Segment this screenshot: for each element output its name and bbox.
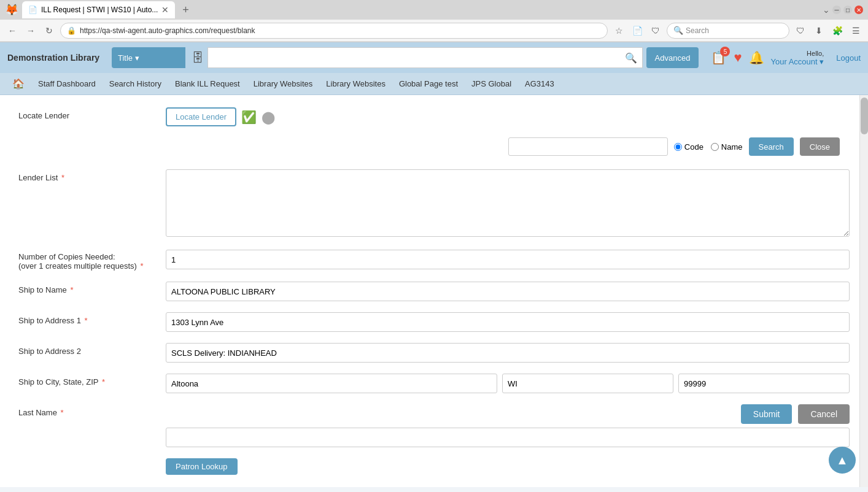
browser-tab[interactable]: 📄 ILL Request | STWI | WS10 | Auto... ✕ — [22, 1, 175, 18]
new-tab-button[interactable]: + — [179, 4, 193, 17]
code-radio-input[interactable] — [674, 143, 682, 151]
hello-text: Hello, — [770, 50, 824, 57]
last-name-control: Submit Cancel — [166, 404, 850, 447]
bell-icon[interactable]: 🔔 — [749, 50, 764, 65]
submit-button[interactable]: Submit — [741, 404, 792, 424]
lender-list-control — [166, 169, 850, 239]
heart-icon-container[interactable]: ♥ — [734, 50, 742, 66]
last-name-label: Last Name * — [18, 404, 153, 417]
ship-city-state-zip-section: Ship to City, State, ZIP * Altoona WI 99… — [18, 374, 850, 393]
advanced-search-button[interactable]: Advanced — [646, 47, 699, 68]
ship-addr1-required: * — [85, 316, 88, 325]
ship-city-input[interactable]: Altoona — [166, 374, 497, 393]
extensions-icon[interactable]: 🧩 — [830, 23, 845, 38]
browser-search-box[interactable]: 🔍 Search — [667, 23, 789, 39]
tab-favicon: 📄 — [28, 6, 37, 14]
forward-button[interactable]: → — [23, 23, 38, 38]
ship-name-required: * — [70, 285, 73, 294]
search-type-label: Title — [118, 53, 133, 63]
search-icon: 🔍 — [673, 26, 683, 35]
firefox-logo-icon: 🦊 — [5, 3, 18, 17]
name-radio-input[interactable] — [711, 143, 719, 151]
last-name-input[interactable] — [166, 428, 850, 447]
list-icon-container[interactable]: 📋 5 — [711, 50, 726, 65]
lender-search-button[interactable]: Search — [749, 137, 794, 156]
ship-zip-input[interactable]: 99999 — [678, 374, 850, 393]
ship-addr2-input[interactable]: SCLS Delivery: INDIANHEAD — [166, 343, 850, 363]
app-header: Demonstration Library Title ▾ 🗄 🔍 Advanc… — [0, 42, 868, 73]
ship-name-label: Ship to Name * — [18, 282, 153, 294]
search-bar: Title ▾ 🗄 🔍 Advanced — [112, 47, 699, 68]
nav-search-history[interactable]: Search History — [103, 75, 168, 92]
last-name-required: * — [61, 408, 64, 417]
main-search-button[interactable]: 🔍 — [625, 52, 637, 64]
minimize-button[interactable]: ─ — [832, 6, 841, 14]
locate-lender-controls: Locate Lender ✅ ⬤ — [166, 107, 850, 126]
close-button[interactable]: ✕ — [854, 6, 863, 14]
scrollbar-thumb[interactable] — [861, 98, 868, 134]
lender-list-textarea[interactable] — [166, 169, 850, 237]
chevron-down-icon: ⌄ — [823, 5, 830, 15]
ship-addr1-input[interactable]: 1303 Lynn Ave — [166, 312, 850, 332]
bookmark-icon[interactable]: ☆ — [611, 23, 626, 38]
window-controls: ⌄ ─ □ ✕ — [823, 5, 863, 15]
header-icons: 📋 5 ♥ 🔔 — [711, 50, 764, 66]
main-search-input-container: 🔍 — [207, 47, 643, 68]
heart-icon: ♥ — [734, 50, 742, 65]
account-link[interactable]: Your Account ▾ — [770, 57, 824, 66]
locate-lender-section: Locate Lender Locate Lender ✅ ⬤ — [18, 107, 850, 126]
ship-state-input[interactable]: WI — [502, 374, 673, 393]
code-radio-label[interactable]: Code — [674, 142, 703, 152]
address-bar[interactable]: 🔒 https://qa-stwi-agent.auto-graphics.co… — [60, 23, 608, 39]
nav-library-websites-1[interactable]: Library Websites — [247, 75, 319, 92]
scroll-to-top-button[interactable]: ▲ — [829, 447, 856, 474]
nav-home-button[interactable]: 🏠 — [6, 74, 31, 93]
scrollbar[interactable] — [859, 95, 868, 487]
ship-addr1-control: 1303 Lynn Ave — [166, 312, 850, 332]
main-search-input[interactable] — [213, 53, 625, 63]
nav-jps-global[interactable]: JPS Global — [465, 75, 517, 92]
logout-button[interactable]: Logout — [836, 53, 861, 63]
tab-close-button[interactable]: ✕ — [161, 6, 169, 14]
last-name-section: Last Name * Submit Cancel — [18, 404, 850, 447]
ship-addr2-section: Ship to Address 2 SCLS Delivery: INDIANH… — [18, 343, 850, 363]
circle-icon: ⬤ — [262, 110, 275, 125]
browser-chrome: 🦊 📄 ILL Request | STWI | WS10 | Auto... … — [0, 0, 868, 42]
nav-library-websites-2[interactable]: Library Websites — [320, 75, 392, 92]
list-badge: 5 — [720, 47, 730, 56]
nav-blank-ill-request[interactable]: Blank ILL Request — [169, 75, 246, 92]
browser-search-text: Search — [686, 26, 709, 35]
bottom-buttons: Submit Cancel — [166, 404, 850, 424]
nav-global-page-test[interactable]: Global Page test — [393, 75, 464, 92]
lock-icon: 🔒 — [67, 26, 76, 35]
stack-icon[interactable]: 🗄 — [192, 51, 204, 65]
locate-lender-row: Locate Lender ✅ ⬤ — [166, 107, 850, 126]
ship-addr1-label: Ship to Address 1 * — [18, 312, 153, 325]
url-text: https://qa-stwi-agent.auto-graphics.com/… — [80, 26, 601, 35]
copies-label: Number of Copies Needed: (over 1 creates… — [18, 250, 153, 271]
copies-input[interactable]: 1 — [166, 250, 850, 269]
back-button[interactable]: ← — [5, 23, 20, 38]
reload-button[interactable]: ↻ — [42, 23, 56, 38]
nav-staff-dashboard[interactable]: Staff Dashboard — [32, 75, 102, 92]
cancel-button[interactable]: Cancel — [798, 404, 850, 424]
nav-ag3143[interactable]: AG3143 — [519, 75, 560, 92]
vpn-icon: 🛡 — [793, 23, 808, 38]
lender-close-button[interactable]: Close — [800, 137, 840, 156]
lender-search-row: Code Name Search Close — [18, 137, 840, 161]
search-type-radio-group: Code Name — [674, 142, 743, 152]
maximize-button[interactable]: □ — [843, 6, 852, 14]
search-type-select[interactable]: Title ▾ — [112, 47, 185, 68]
app-nav: 🏠 Staff Dashboard Search History Blank I… — [0, 73, 868, 95]
copies-control: 1 — [166, 250, 850, 269]
locate-lender-button[interactable]: Locate Lender — [166, 107, 236, 126]
name-radio-label[interactable]: Name — [711, 142, 743, 152]
lender-list-label: Lender List * — [18, 169, 153, 182]
patron-lookup-button[interactable]: Patron Lookup — [166, 458, 238, 475]
ship-name-input[interactable]: ALTOONA PUBLIC LIBRARY — [166, 282, 850, 301]
lender-search-input[interactable] — [508, 137, 668, 156]
menu-icon[interactable]: ☰ — [848, 23, 863, 38]
reader-icon[interactable]: 📄 — [630, 23, 645, 38]
download-icon[interactable]: ⬇ — [812, 23, 826, 38]
copies-required: * — [141, 261, 144, 271]
